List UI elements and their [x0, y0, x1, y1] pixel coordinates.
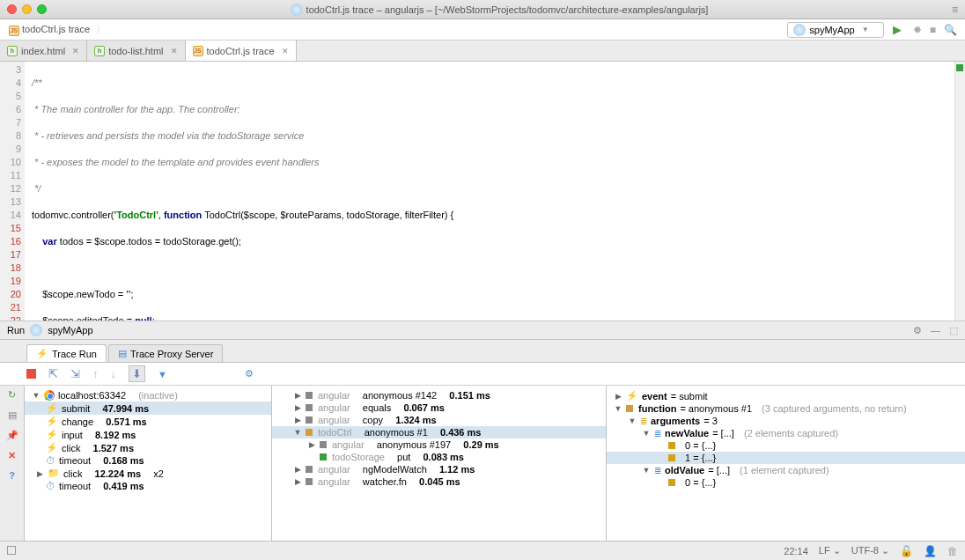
tab-todo-list-html[interactable]: htodo-list.html✕	[87, 41, 185, 61]
event-row[interactable]: ⚡submit 47.994 ms	[25, 402, 271, 415]
event-row[interactable]: ⏱timeout 0.419 ms	[25, 480, 271, 492]
clock-icon: ⏱	[46, 455, 55, 466]
event-row[interactable]: ⚡click 1.527 ms	[25, 441, 271, 454]
zoom-window-button[interactable]	[37, 4, 47, 14]
bolt-icon: ⚡	[46, 429, 58, 440]
caret-position[interactable]: 22:14	[784, 546, 808, 556]
detail-row[interactable]: ▼≣arguments = 3	[607, 415, 965, 427]
minimize-tool-icon[interactable]: —	[931, 325, 940, 336]
stop-icon[interactable]: ■	[930, 24, 936, 36]
detail-row[interactable]: ▼≣oldValue = [...] (1 element captured)	[607, 464, 965, 476]
down-icon[interactable]: ↓	[111, 367, 117, 380]
trace-root[interactable]: ▼localhost:63342 (inactive)	[25, 389, 271, 402]
tab-trace-proxy[interactable]: ▤Trace Proxy Server	[108, 344, 223, 362]
call-row[interactable]: ▶angular anonymous #197 0.29 ms	[272, 438, 606, 451]
editor-tabs: hindex.html✕ htodo-list.html✕ JStodoCtrl…	[0, 41, 965, 62]
run-button[interactable]: ▶	[893, 23, 902, 36]
bolt-icon: ⚡	[46, 416, 58, 427]
js-file-icon: JS	[193, 46, 203, 56]
trace-toolbar: ⇱ ⇲ ↑ ↓ ⬇ ▼ ⚙	[0, 363, 965, 386]
line-separator[interactable]: LF ⌄	[819, 545, 841, 556]
stop-button[interactable]	[26, 369, 36, 379]
gear-icon[interactable]: ⚙	[913, 325, 922, 336]
calls-pane[interactable]: ▶angular anonymous #142 0.151 ms▶angular…	[272, 386, 607, 541]
module-icon	[306, 429, 313, 436]
call-row[interactable]: todoStorage put 0.083 ms	[272, 451, 606, 463]
events-pane[interactable]: ▼localhost:63342 (inactive) ⚡submit 47.9…	[25, 386, 272, 541]
filter-icon[interactable]: ▼	[158, 369, 167, 379]
tool-window-label: Run	[7, 325, 25, 335]
chrome-icon	[44, 390, 55, 401]
code-area[interactable]: /** * The main controller for the app. T…	[25, 62, 954, 321]
event-row[interactable]: ⚡input 8.192 ms	[25, 428, 271, 441]
window-title: todoCtrl.js trace – angularjs – [~/WebSt…	[52, 4, 947, 16]
window-menu-icon[interactable]: ≡	[952, 4, 958, 16]
close-tab-icon[interactable]: ✕	[171, 47, 178, 55]
call-row[interactable]: ▶angular equals 0.067 ms	[272, 402, 606, 414]
event-row[interactable]: ⚡change 0.571 ms	[25, 415, 271, 428]
detail-row[interactable]: 1 = {...}	[607, 452, 965, 464]
server-icon: ▤	[118, 348, 127, 359]
close-tab-icon[interactable]: ✕	[282, 47, 289, 55]
detail-row[interactable]: ▼≣newValue = [...] (2 elements captured)	[607, 427, 965, 439]
code-editor[interactable]: 34567891011121314151617181920212223 /** …	[0, 62, 965, 321]
debug-icon[interactable]: ✸	[913, 24, 922, 36]
html-file-icon: h	[7, 46, 18, 56]
toolbar-run-icons: ✸ ■ 🔍	[910, 24, 960, 36]
event-row[interactable]: ▶📁click 12.224 ms x2	[25, 467, 271, 480]
trace-panels: ↻ ▤ 📌 ✕ ? ▼localhost:63342 (inactive) ⚡s…	[0, 386, 965, 541]
array-icon: ≣	[654, 466, 661, 475]
details-pane[interactable]: ▶⚡event = submit ▼function = anonymous #…	[607, 386, 965, 541]
inspector-icon[interactable]: 👤	[924, 545, 937, 557]
up-icon[interactable]: ↑	[92, 367, 99, 380]
mac-titlebar: todoCtrl.js trace – angularjs – [~/WebSt…	[0, 0, 965, 19]
detail-row[interactable]: ▼function = anonymous #1 (3 captured arg…	[607, 402, 965, 415]
tab-todoctrl-trace[interactable]: JStodoCtrl.js trace✕	[186, 41, 297, 61]
search-icon[interactable]: 🔍	[944, 24, 957, 36]
tool-window-header: Run spyMyApp ⚙ — ⬚	[0, 321, 965, 340]
tab-index-html[interactable]: hindex.html✕	[0, 41, 87, 61]
error-stripe[interactable]	[954, 62, 965, 321]
collapse-icon[interactable]: ⇲	[70, 367, 80, 380]
event-row[interactable]: ⏱timeout 0.168 ms	[25, 454, 271, 467]
module-icon	[306, 416, 313, 424]
detail-row[interactable]: ▶⚡event = submit	[607, 389, 965, 402]
close-panel-icon[interactable]: ✕	[8, 450, 16, 461]
expand-icon[interactable]: ⇱	[48, 367, 58, 380]
pin-icon[interactable]: 📌	[6, 430, 18, 441]
file-encoding[interactable]: UTF-8 ⌄	[851, 545, 889, 556]
minimize-window-button[interactable]	[22, 4, 32, 14]
js-file-icon: JS	[9, 26, 19, 36]
status-indicator-icon[interactable]	[7, 546, 16, 555]
call-row[interactable]: ▶angular watcher.fn 0.045 ms	[272, 475, 606, 488]
call-row[interactable]: ▼todoCtrl anonymous #1 0.436 ms	[272, 426, 606, 438]
close-tab-icon[interactable]: ✕	[72, 47, 79, 55]
call-row[interactable]: ▶angular ngModelWatch 1.12 ms	[272, 463, 606, 475]
close-window-button[interactable]	[7, 4, 17, 14]
call-row[interactable]: ▶angular copy 1.324 ms	[272, 414, 606, 426]
module-icon	[306, 404, 313, 411]
module-icon	[306, 466, 313, 473]
module-icon	[320, 453, 327, 461]
object-icon	[668, 454, 675, 461]
trash-icon[interactable]: 🗑	[947, 545, 958, 557]
function-icon	[626, 405, 633, 412]
detail-row[interactable]: 0 = {...}	[607, 476, 965, 489]
tab-trace-run[interactable]: ⚡Trace Run	[26, 344, 107, 362]
detail-row[interactable]: 0 = {...}	[607, 439, 965, 452]
breadcrumb-item[interactable]: JS todoCtrl.js trace	[5, 21, 113, 38]
settings-icon[interactable]: ⚙	[245, 368, 254, 379]
module-icon	[306, 392, 313, 399]
restore-tool-icon[interactable]: ⬚	[949, 325, 958, 336]
tool-side-strip: ↻ ▤ 📌 ✕ ?	[0, 386, 25, 541]
rerun-icon[interactable]: ↻	[8, 389, 16, 401]
lock-icon[interactable]: 🔓	[900, 545, 913, 557]
status-bar: 22:14 LF ⌄ UTF-8 ⌄ 🔓 👤 🗑	[0, 541, 965, 560]
export-icon[interactable]: ⬇	[129, 365, 145, 382]
call-row[interactable]: ▶angular anonymous #142 0.151 ms	[272, 389, 606, 402]
help-icon[interactable]: ?	[9, 470, 15, 481]
layout-icon[interactable]: ▤	[8, 409, 17, 421]
module-icon	[320, 441, 327, 448]
trace-tabs: ⚡Trace Run ▤Trace Proxy Server	[0, 340, 965, 363]
run-config-select[interactable]: spyMyApp ▼	[787, 22, 883, 38]
